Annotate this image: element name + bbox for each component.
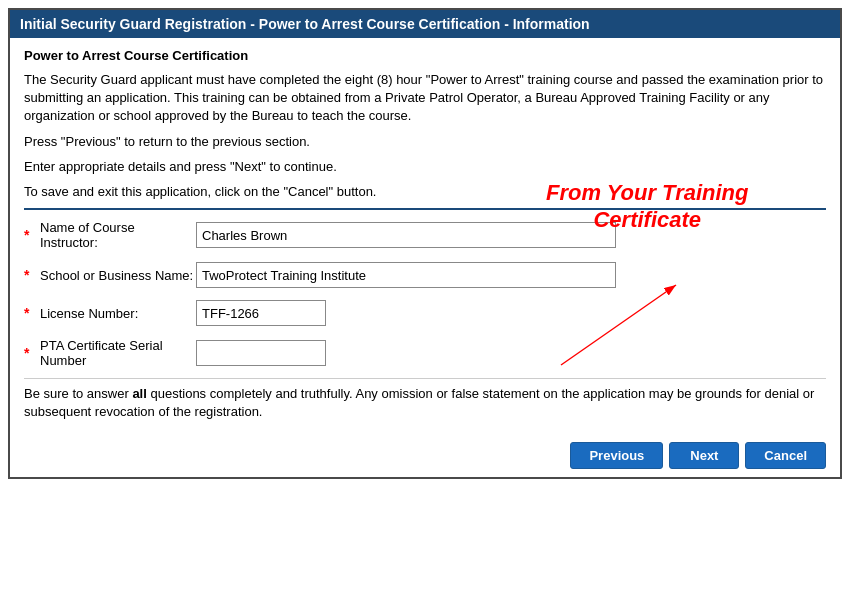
info-paragraph-1: The Security Guard applicant must have c… <box>24 71 826 126</box>
cancel-button[interactable]: Cancel <box>745 442 826 469</box>
info-section: Power to Arrest Course Certification The… <box>10 38 840 432</box>
required-marker-instructor: * <box>24 227 36 243</box>
form-row-pta: * PTA Certificate Serial Number <box>24 336 826 370</box>
label-instructor: Name of Course Instructor: <box>36 220 196 250</box>
required-marker-license: * <box>24 305 36 321</box>
input-license[interactable] <box>196 300 326 326</box>
input-instructor[interactable] <box>196 222 616 248</box>
info-paragraph-3: Enter appropriate details and press "Nex… <box>24 158 826 176</box>
button-row: Previous Next Cancel <box>10 432 840 477</box>
info-paragraph-4: To save and exit this application, click… <box>24 183 826 201</box>
form-row-instructor: * Name of Course Instructor: <box>24 218 826 252</box>
required-marker-pta: * <box>24 345 36 361</box>
bottom-text-part1: Be sure to answer <box>24 386 132 401</box>
page-title: Initial Security Guard Registration - Po… <box>20 16 590 32</box>
section-title: Power to Arrest Course Certification <box>24 48 826 63</box>
label-license: License Number: <box>36 306 196 321</box>
form-section: * Name of Course Instructor: * School or… <box>24 208 826 370</box>
info-paragraph-2: Press "Previous" to return to the previo… <box>24 133 826 151</box>
input-school[interactable] <box>196 262 616 288</box>
form-row-license: * License Number: <box>24 298 826 328</box>
form-row-school: * School or Business Name: <box>24 260 826 290</box>
next-button[interactable]: Next <box>669 442 739 469</box>
input-pta[interactable] <box>196 340 326 366</box>
label-pta: PTA Certificate Serial Number <box>36 338 196 368</box>
bottom-disclaimer: Be sure to answer all questions complete… <box>24 378 826 421</box>
label-school: School or Business Name: <box>36 268 196 283</box>
bottom-text-bold: all <box>132 386 146 401</box>
main-container: Initial Security Guard Registration - Po… <box>8 8 842 479</box>
required-marker-school: * <box>24 267 36 283</box>
page-header: Initial Security Guard Registration - Po… <box>10 10 840 38</box>
previous-button[interactable]: Previous <box>570 442 663 469</box>
